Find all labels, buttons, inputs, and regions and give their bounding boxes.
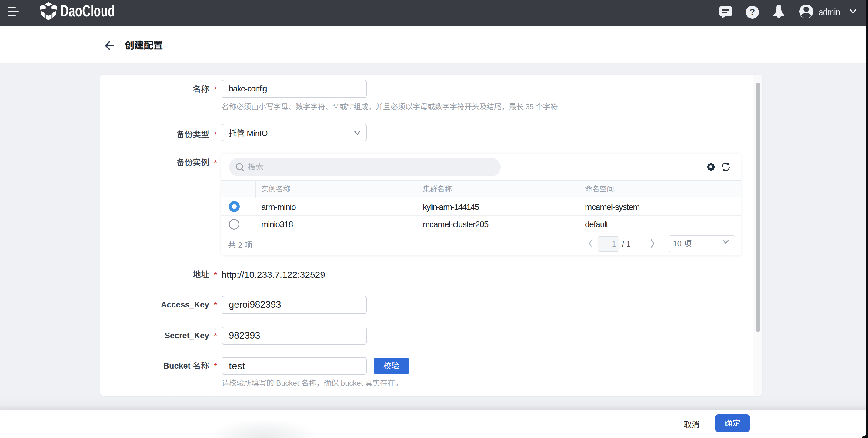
svg-text:?: ?: [750, 7, 755, 16]
